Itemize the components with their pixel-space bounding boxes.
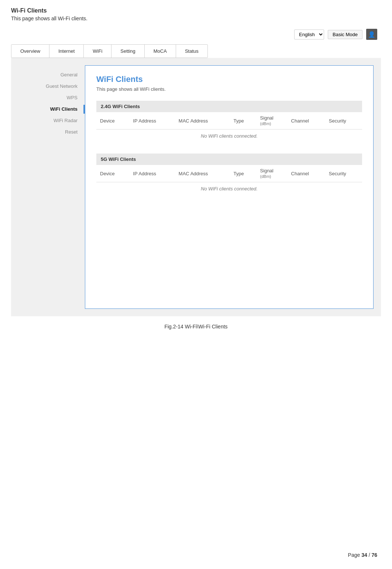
table-24g-empty-row: No WiFi clients connected. — [96, 130, 362, 143]
footer-separator: / — [367, 552, 372, 558]
nav-tabs: Overview Internet WiFi Setting MoCA Stat… — [11, 44, 208, 58]
table-5g-empty-row: No WiFi clients connected. — [96, 182, 362, 196]
empty-message-5g: No WiFi clients connected. — [96, 182, 362, 196]
col-security: Security — [325, 112, 362, 130]
table-5g: Device IP Address MAC Address Type Signa… — [96, 165, 362, 195]
tab-moca[interactable]: MoCA — [145, 45, 176, 58]
col-type: Type — [230, 112, 257, 130]
col-ip-address: IP Address — [129, 112, 175, 130]
col-5g-security: Security — [325, 165, 362, 182]
sidebar-item-wps[interactable]: WPS — [11, 92, 85, 103]
tab-overview[interactable]: Overview — [11, 45, 49, 58]
footer-text: Page — [348, 552, 362, 558]
footer-current: 34 — [361, 552, 367, 558]
sidebar: General Guest Network WPS WiFi Clients W… — [11, 65, 85, 309]
page-description: This page shows all Wi-Fi clients. — [11, 15, 381, 21]
page-header: Wi-Fi Clients This page shows all Wi-Fi … — [11, 7, 381, 21]
col-signal: Signal (dBm) — [257, 112, 288, 130]
col-device: Device — [96, 112, 129, 130]
empty-message-24g: No WiFi clients connected. — [96, 130, 362, 143]
user-icon: 👤 — [368, 31, 375, 38]
col-mac-address: MAC Address — [175, 112, 230, 130]
tab-internet[interactable]: Internet — [49, 45, 84, 58]
sidebar-item-guest-network[interactable]: Guest Network — [11, 80, 85, 92]
figure-caption: Fig.2-14 Wi-Fi\Wi-Fi Clients — [11, 324, 381, 330]
section-5g-header: 5G WiFi Clients — [96, 154, 362, 165]
basic-mode-button[interactable]: Basic Mode — [328, 30, 362, 39]
table-24g: Device IP Address MAC Address Type Signa… — [96, 112, 362, 142]
user-icon-button[interactable]: 👤 — [366, 29, 377, 40]
main-area: General Guest Network WPS WiFi Clients W… — [11, 58, 381, 316]
tab-wifi[interactable]: WiFi — [84, 45, 111, 58]
content-title: WiFi Clients — [96, 75, 362, 84]
tab-setting[interactable]: Setting — [111, 45, 144, 58]
col-5g-type: Type — [230, 165, 257, 182]
section-5g: 5G WiFi Clients Device IP Address MAC Ad… — [96, 154, 362, 195]
section-24g-header: 2.4G WiFi Clients — [96, 101, 362, 112]
table-24g-header-row: Device IP Address MAC Address Type Signa… — [96, 112, 362, 130]
top-bar: English Basic Mode 👤 — [11, 29, 381, 40]
col-5g-ip-address: IP Address — [129, 165, 175, 182]
col-5g-mac-address: MAC Address — [175, 165, 230, 182]
content-description: This page shows all WiFi clients. — [96, 86, 362, 92]
sidebar-item-reset[interactable]: Reset — [11, 126, 85, 138]
col-5g-device: Device — [96, 165, 129, 182]
col-5g-channel: Channel — [288, 165, 325, 182]
content-panel: WiFi Clients This page shows all WiFi cl… — [85, 65, 374, 309]
sidebar-item-general[interactable]: General — [11, 69, 85, 80]
sidebar-item-wifi-radar[interactable]: WiFi Radar — [11, 115, 85, 126]
footer-total: 76 — [371, 552, 377, 558]
tab-status[interactable]: Status — [176, 45, 207, 58]
language-select[interactable]: English — [294, 30, 324, 39]
sidebar-item-wifi-clients[interactable]: WiFi Clients — [11, 103, 85, 115]
section-24g: 2.4G WiFi Clients Device IP Address MAC … — [96, 101, 362, 142]
table-5g-header-row: Device IP Address MAC Address Type Signa… — [96, 165, 362, 182]
col-channel: Channel — [288, 112, 325, 130]
page-title: Wi-Fi Clients — [11, 7, 381, 14]
page-footer: Page 34 / 76 — [348, 552, 377, 558]
col-5g-signal: Signal (dBm) — [257, 165, 288, 182]
